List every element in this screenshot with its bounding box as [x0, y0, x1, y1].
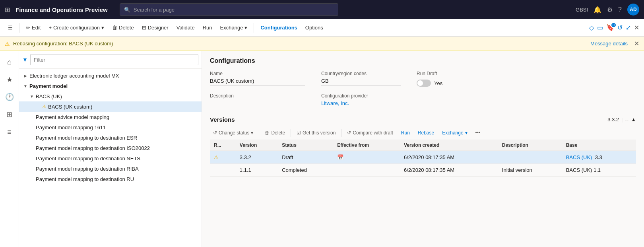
filter-bar: ▼	[19, 51, 202, 69]
filter-input[interactable]	[30, 54, 198, 65]
nav-menu-button[interactable]: ☰	[5, 23, 16, 32]
col-description: Description	[498, 140, 562, 151]
cell-description: Initial version	[498, 164, 562, 177]
versions-delete-button[interactable]: 🗑 Delete	[262, 128, 288, 137]
tree-item-7[interactable]: Payment model mapping to destination ESR	[19, 132, 202, 143]
designer-button[interactable]: ⊞ Designer	[139, 23, 172, 32]
col-version-created: Version created	[400, 140, 498, 151]
tree-item-2[interactable]: ▼Payment model	[19, 81, 202, 91]
country-label: Country/region codes	[321, 71, 401, 76]
tree-arrow-spacer	[29, 134, 35, 141]
toolbar-sep-2	[254, 23, 254, 33]
tree-item-label: Payment model mapping to destination NET…	[36, 156, 140, 161]
compare-with-draft-button[interactable]: ↺ Compare with draft	[344, 128, 396, 137]
main-toolbar: ☰ ✏ Edit + Create configuration ▾ 🗑 Dele…	[0, 19, 644, 37]
avatar[interactable]: AD	[627, 4, 639, 16]
tree-item-6[interactable]: Payment model mapping 1611	[19, 122, 202, 132]
versions-run-button[interactable]: Run	[398, 128, 413, 137]
config-provider-label: Configuration provider	[321, 93, 401, 99]
ellipsis-icon: •••	[475, 130, 481, 136]
run-draft-toggle[interactable]	[417, 80, 431, 87]
filter-icon[interactable]: ▼	[22, 56, 28, 63]
tree-arrow-spacer	[29, 155, 35, 161]
tree-item-label: Payment model mapping 1611	[36, 124, 106, 130]
close-icon[interactable]: ✕	[634, 24, 639, 31]
notification-icon[interactable]: 🔔	[594, 6, 601, 14]
tree-item-4[interactable]: ⚠BACS (UK custom)	[19, 101, 202, 112]
cell-base: BACS (UK) 1.1	[562, 164, 636, 177]
version-up-icon[interactable]: ▲	[631, 117, 636, 123]
help-icon[interactable]: ?	[618, 6, 622, 13]
more-button[interactable]: •••	[472, 128, 484, 137]
tree-item-label: Electronic ledger accounting model MX	[29, 73, 119, 79]
tree-item-5[interactable]: Payment advice model mapping	[19, 112, 202, 122]
col-effective-from: Effective from	[333, 140, 400, 151]
grid-icon[interactable]: ⊞	[5, 6, 10, 14]
tree-item-9[interactable]: Payment model mapping to destination NET…	[19, 153, 202, 163]
modules-icon[interactable]: ≡	[2, 124, 17, 140]
side-icon-bar: ⌂ ★ 🕐 ⊞ ≡	[0, 51, 19, 247]
main-layout: ⌂ ★ 🕐 ⊞ ≡ ▼ ▶Electronic ledger accountin…	[0, 51, 644, 247]
recent-icon[interactable]: 🕐	[2, 89, 17, 105]
cell-effective-from	[333, 164, 400, 177]
designer-icon: ⊞	[142, 25, 146, 31]
tree-item-8[interactable]: Payment model mapping to destination ISO…	[19, 143, 202, 153]
message-details-link[interactable]: Message details	[590, 41, 628, 47]
top-bar-right: GBSI 🔔 ⚙ ? AD	[576, 4, 639, 16]
validate-button[interactable]: Validate	[173, 23, 198, 32]
diamond-icon[interactable]: ◇	[589, 24, 594, 31]
rebase-button[interactable]: Rebase	[415, 128, 437, 137]
name-value: BACS (UK custom)	[210, 78, 305, 86]
table-row[interactable]: ⚠3.3.2Draft📅6/2/2020 08:17:35 AMBACS (UK…	[210, 151, 636, 164]
cell-r	[210, 164, 236, 177]
warning-banner: ⚠ Rebasing configuration: BACS (UK custo…	[0, 37, 644, 51]
col-r: R...	[210, 140, 236, 151]
favorites-icon[interactable]: ★	[2, 72, 17, 88]
cell-base: BACS (UK) 3.3	[562, 151, 636, 164]
table-row[interactable]: 1.1.1Completed6/2/2020 08:17:35 AMInitia…	[210, 164, 636, 177]
tree-item-11[interactable]: Payment model mapping to destination RU	[19, 174, 202, 184]
expand-icon[interactable]: ⤢	[626, 24, 631, 31]
calendar-icon[interactable]: 📅	[337, 154, 343, 160]
left-panel: ▼ ▶Electronic ledger accounting model MX…	[19, 51, 202, 247]
tree-item-label: Payment model mapping to destination ISO…	[36, 145, 150, 151]
toolbar-right: ◇ ▭ 🔖0 ↺ ⤢ ✕	[589, 24, 639, 31]
edit-button[interactable]: ✏ Edit	[23, 23, 44, 32]
versions-exchange-button[interactable]: Exchange ▾	[439, 128, 470, 137]
banner-close-button[interactable]: ✕	[634, 40, 639, 47]
bookmark-icon[interactable]: 🔖0	[606, 24, 614, 31]
top-bar: ⊞ Finance and Operations Preview 🔍 Searc…	[0, 0, 644, 19]
options-button[interactable]: Options	[302, 23, 326, 32]
vsep-1	[259, 129, 259, 137]
run-draft-row: Yes	[417, 80, 496, 87]
versions-section: Versions 3.3.2 | -- ▲ ↺ Change status ▾ …	[210, 116, 636, 177]
layout-icon[interactable]: ▭	[597, 24, 603, 31]
warning-icon: ⚠	[5, 41, 10, 47]
tree-item-3[interactable]: ▼BACS (UK)	[19, 91, 202, 101]
delete-button[interactable]: 🗑 Delete	[109, 23, 137, 32]
change-status-button[interactable]: ↺ Change status ▾	[210, 128, 256, 137]
country-value: GB	[321, 78, 401, 86]
exchange-button[interactable]: Exchange ▾	[217, 23, 251, 32]
search-bar[interactable]: 🔍 Search for a page	[120, 3, 338, 16]
cell-effective-from: 📅	[333, 151, 400, 164]
workspaces-icon[interactable]: ⊞	[2, 107, 17, 123]
run-button[interactable]: Run	[200, 23, 215, 32]
configurations-button[interactable]: Configurations	[257, 23, 300, 32]
home-icon[interactable]: ⌂	[2, 54, 17, 70]
cell-r: ⚠	[210, 151, 236, 164]
create-config-button[interactable]: + Create configuration ▾	[45, 23, 107, 32]
right-panel: Configurations Name BACS (UK custom) Cou…	[202, 51, 644, 247]
description-field: Description	[210, 93, 305, 108]
settings-icon[interactable]: ⚙	[607, 6, 613, 14]
cell-version: 3.3.2	[236, 151, 278, 164]
base-link[interactable]: BACS (UK)	[566, 154, 592, 160]
get-this-version-button[interactable]: ☑ Get this version	[293, 128, 339, 137]
search-placeholder: Search for a page	[134, 7, 175, 13]
tree-item-label: BACS (UK custom)	[48, 104, 92, 110]
refresh-icon[interactable]: ↺	[617, 24, 623, 31]
tree-item-10[interactable]: Payment model mapping to destination RIB…	[19, 163, 202, 174]
tree-item-label: Payment model	[29, 83, 68, 89]
tree-item-1[interactable]: ▶Electronic ledger accounting model MX	[19, 70, 202, 81]
config-provider-link[interactable]: Litware, Inc.	[321, 100, 401, 108]
